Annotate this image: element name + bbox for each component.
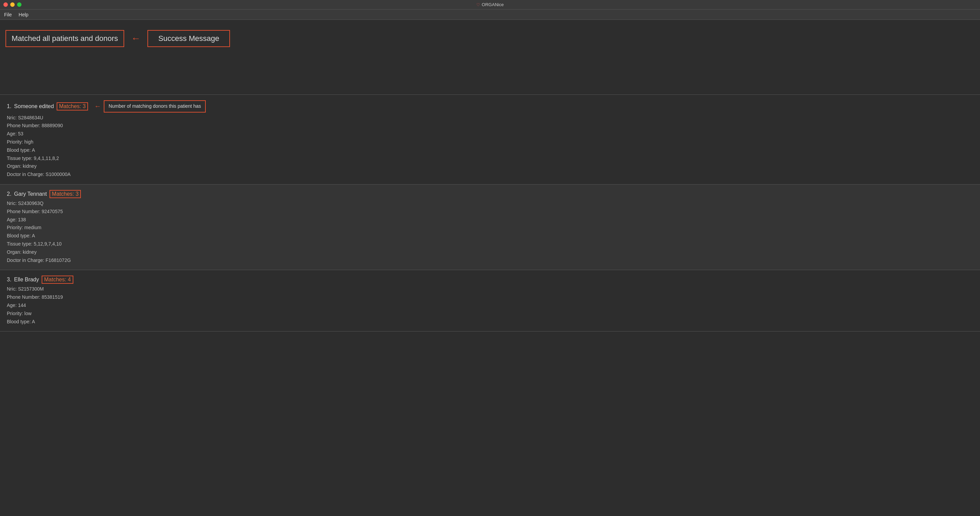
annotation-arrow-icon: ← xyxy=(94,102,101,110)
minimize-button[interactable] xyxy=(10,2,15,7)
patient-priority-1: Priority: high xyxy=(7,138,973,146)
success-area: Matched all patients and donors ← Succes… xyxy=(5,30,975,47)
patient-number-2: 2. xyxy=(7,191,11,197)
patient-blood-3: Blood type: A xyxy=(7,318,973,326)
patient-organ-1: Organ: kidney xyxy=(7,162,973,170)
patient-priority-2: Priority: medium xyxy=(7,224,973,232)
patient-age-1: Age: 53 xyxy=(7,130,973,138)
maximize-button[interactable] xyxy=(17,2,22,7)
patient-age-2: Age: 138 xyxy=(7,216,973,224)
patient-blood-1: Blood type: A xyxy=(7,146,973,154)
title-bar: ♡ ORGANice xyxy=(0,0,980,10)
patient-name-3: Elle Brady xyxy=(14,276,39,283)
heart-icon: ♡ xyxy=(476,2,480,7)
top-section: Matched all patients and donors ← Succes… xyxy=(0,20,980,95)
menu-file[interactable]: File xyxy=(4,12,12,17)
patient-age-3: Age: 144 xyxy=(7,302,973,310)
annotation-box-matches: Number of matching donors this patient h… xyxy=(104,100,206,113)
arrow-icon: ← xyxy=(131,33,141,44)
patient-phone-1: Phone Number: 88889090 xyxy=(7,122,973,130)
patient-list: 1. Someone edited Matches: 3 ← Number of… xyxy=(0,95,980,332)
menu-help[interactable]: Help xyxy=(19,12,29,17)
app-title-text: ORGANice xyxy=(482,2,504,7)
patient-tissue-1: Tissue type: 9,4,1,11,8,2 xyxy=(7,154,973,163)
window-controls xyxy=(3,2,22,7)
patient-name-1: Someone edited xyxy=(14,103,54,110)
success-message-box: Success Message xyxy=(147,30,230,47)
patient-number-3: 3. xyxy=(7,276,11,283)
patient-detail-3: Nric: S2157300M Phone Number: 85381519 A… xyxy=(7,285,973,326)
close-button[interactable] xyxy=(3,2,8,7)
patient-nric-2: Nric: S2430963Q xyxy=(7,200,973,208)
patient-header-3: 3. Elle Brady Matches: 4 xyxy=(7,276,973,284)
patient-nric-1: Nric: S2848634U xyxy=(7,114,973,122)
patient-item-3[interactable]: 3. Elle Brady Matches: 4 Nric: S2157300M… xyxy=(0,270,980,332)
patient-detail-2: Nric: S2430963Q Phone Number: 92470575 A… xyxy=(7,200,973,264)
patient-priority-3: Priority: low xyxy=(7,310,973,318)
patient-phone-2: Phone Number: 92470575 xyxy=(7,208,973,216)
patient-detail-1: Nric: S2848634U Phone Number: 88889090 A… xyxy=(7,114,973,179)
annotation-arrow-1: ← Number of matching donors this patient… xyxy=(94,100,206,113)
patient-doctor-1: Doctor in Charge: S1000000A xyxy=(7,170,973,179)
app-title: ♡ ORGANice xyxy=(476,2,504,7)
menu-bar: File Help xyxy=(0,10,980,20)
patient-header-1: 1. Someone edited Matches: 3 ← Number of… xyxy=(7,100,973,113)
patient-item-2[interactable]: 2. Gary Tennant Matches: 3 Nric: S243096… xyxy=(0,184,980,270)
patient-header-2: 2. Gary Tennant Matches: 3 xyxy=(7,190,973,198)
patient-nric-3: Nric: S2157300M xyxy=(7,285,973,293)
patient-organ-2: Organ: kidney xyxy=(7,248,973,256)
patient-item-1[interactable]: 1. Someone edited Matches: 3 ← Number of… xyxy=(0,95,980,184)
patient-phone-3: Phone Number: 85381519 xyxy=(7,293,973,302)
patient-number-1: 1. xyxy=(7,103,11,110)
patient-blood-2: Blood type: A xyxy=(7,232,973,240)
patient-tissue-2: Tissue type: 5,12,9,7,4,10 xyxy=(7,240,973,248)
patient-name-2: Gary Tennant xyxy=(14,191,47,197)
main-content: Matched all patients and donors ← Succes… xyxy=(0,20,980,516)
matches-label-3: Matches: 4 xyxy=(41,276,73,284)
matches-label-1: Matches: 3 xyxy=(57,102,88,111)
matches-label-2: Matches: 3 xyxy=(49,190,81,198)
matched-label: Matched all patients and donors xyxy=(5,30,124,47)
patient-doctor-2: Doctor in Charge: F1681072G xyxy=(7,256,973,265)
